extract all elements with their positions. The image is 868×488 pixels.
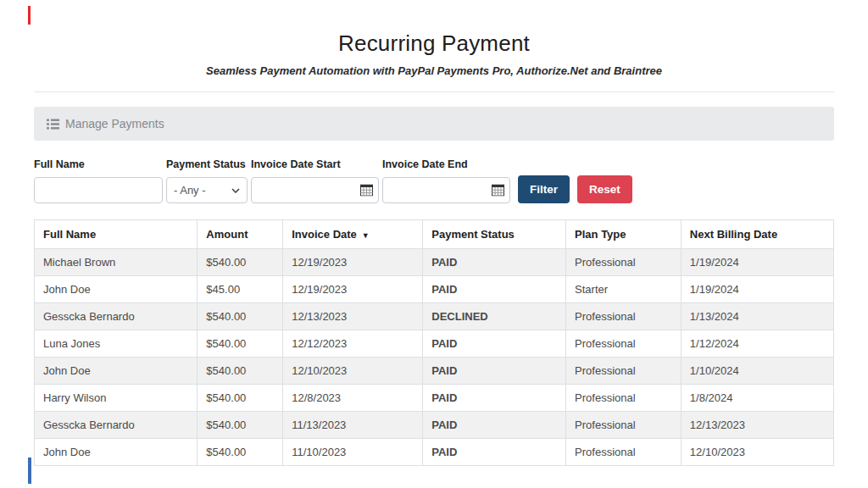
cell-payment-status: PAID — [423, 439, 566, 466]
cell-invoice-date: 11/13/2023 — [283, 412, 423, 439]
table-header: Full NameAmountInvoice Date▼Payment Stat… — [35, 220, 834, 249]
invoice-date-start-label: Invoice Date Start — [251, 158, 379, 170]
column-header-plan-type[interactable]: Plan Type — [566, 220, 682, 249]
cell-invoice-date: 11/10/2023 — [283, 439, 423, 466]
cell-full-name: John Doe — [35, 439, 198, 466]
payment-status-select[interactable]: - Any - — [166, 177, 248, 203]
invoice-date-end-label: Invoice Date End — [382, 158, 510, 170]
table-row: Gesscka Bernardo$540.0011/13/2023PAIDPro… — [35, 412, 834, 439]
cell-invoice-date: 12/19/2023 — [283, 249, 423, 276]
panel-header-manage-payments: Manage Payments — [34, 107, 834, 141]
page-subtitle: Seamless Payment Automation with PayPal … — [34, 64, 834, 77]
calendar-icon[interactable] — [359, 184, 373, 197]
left-edge-blue-marker — [28, 458, 31, 484]
page-container: Recurring Payment Seamless Payment Autom… — [0, 30, 868, 466]
column-header-amount[interactable]: Amount — [198, 220, 283, 249]
table-row: John Doe$45.0012/19/2023PAIDStarter1/19/… — [35, 276, 834, 303]
cell-amount: $540.00 — [198, 412, 283, 439]
column-header-label: Full Name — [43, 228, 96, 241]
column-header-invoice-date[interactable]: Invoice Date▼ — [283, 220, 423, 249]
cell-plan-type: Professional — [566, 439, 682, 466]
cell-next-billing-date: 1/8/2024 — [681, 385, 833, 412]
list-icon — [47, 119, 59, 130]
calendar-icon[interactable] — [491, 184, 504, 197]
cell-amount: $540.00 — [198, 439, 283, 466]
filter-bar: Full Name Payment Status - Any - Invoice… — [34, 158, 834, 203]
cell-full-name: Gesscka Bernardo — [35, 303, 198, 330]
cell-full-name: Harry Wilson — [35, 385, 198, 412]
sort-desc-icon: ▼ — [362, 231, 370, 240]
cell-plan-type: Professional — [566, 249, 682, 276]
filter-group-payment-status: Payment Status - Any - — [166, 158, 248, 203]
cell-amount: $540.00 — [198, 249, 283, 276]
cell-amount: $45.00 — [198, 276, 283, 303]
cell-invoice-date: 12/12/2023 — [283, 330, 423, 358]
invoice-date-start-wrap — [251, 177, 379, 203]
cell-payment-status: PAID — [423, 276, 566, 303]
cell-amount: $540.00 — [198, 358, 283, 385]
cell-next-billing-date: 1/19/2024 — [681, 249, 833, 276]
cell-payment-status: DECLINED — [423, 303, 566, 330]
cell-full-name: John Doe — [35, 276, 198, 303]
cell-full-name: Michael Brown — [35, 249, 198, 276]
cell-next-billing-date: 1/10/2024 — [681, 358, 833, 385]
cell-plan-type: Professional — [566, 358, 682, 385]
column-header-full-name[interactable]: Full Name — [35, 220, 198, 249]
cell-next-billing-date: 1/12/2024 — [681, 330, 833, 358]
filter-group-invoice-date-start: Invoice Date Start — [251, 158, 379, 203]
payment-status-label: Payment Status — [166, 158, 248, 170]
table-row: Harry Wilson$540.0012/8/2023PAIDProfessi… — [35, 385, 834, 412]
cell-amount: $540.00 — [198, 303, 283, 330]
cell-amount: $540.00 — [198, 385, 283, 412]
cell-next-billing-date: 1/13/2024 — [681, 303, 833, 330]
cell-payment-status: PAID — [423, 412, 566, 439]
column-header-next-billing-date[interactable]: Next Billing Date — [681, 220, 833, 249]
table-row: Gesscka Bernardo$540.0012/13/2023DECLINE… — [35, 303, 834, 330]
chevron-down-icon — [231, 188, 240, 193]
cell-invoice-date: 12/8/2023 — [283, 385, 423, 412]
cell-next-billing-date: 1/19/2024 — [681, 276, 833, 303]
page-title: Recurring Payment — [34, 30, 834, 57]
reset-button[interactable]: Reset — [577, 175, 632, 203]
column-header-label: Amount — [206, 228, 248, 241]
cell-plan-type: Professional — [566, 412, 682, 439]
invoice-date-end-wrap — [382, 177, 510, 203]
filter-button[interactable]: Filter — [518, 175, 570, 203]
cell-plan-type: Starter — [566, 276, 682, 303]
full-name-input[interactable] — [34, 177, 163, 203]
cell-plan-type: Professional — [566, 385, 682, 412]
table-row: John Doe$540.0012/10/2023PAIDProfessiona… — [35, 358, 834, 385]
cell-full-name: John Doe — [35, 358, 198, 385]
column-header-label: Plan Type — [575, 228, 626, 241]
column-header-label: Next Billing Date — [690, 228, 777, 241]
table-row: Luna Jones$540.0012/12/2023PAIDProfessio… — [35, 330, 834, 358]
cell-full-name: Gesscka Bernardo — [35, 412, 198, 439]
cell-plan-type: Professional — [566, 330, 682, 358]
left-edge-red-marker — [28, 6, 31, 25]
table-body: Michael Brown$540.0012/19/2023PAIDProfes… — [35, 249, 834, 466]
column-header-payment-status[interactable]: Payment Status — [423, 220, 566, 249]
cell-invoice-date: 12/10/2023 — [283, 358, 423, 385]
cell-amount: $540.00 — [198, 330, 283, 358]
header-divider — [34, 92, 834, 92]
cell-invoice-date: 12/13/2023 — [283, 303, 423, 330]
table-row: John Doe$540.0011/10/2023PAIDProfessiona… — [35, 439, 834, 466]
cell-next-billing-date: 12/10/2023 — [681, 439, 833, 466]
column-header-label: Invoice Date — [292, 228, 357, 241]
cell-full-name: Luna Jones — [35, 330, 198, 358]
filter-group-invoice-date-end: Invoice Date End — [382, 158, 510, 203]
cell-plan-type: Professional — [566, 303, 682, 330]
payments-table: Full NameAmountInvoice Date▼Payment Stat… — [34, 219, 834, 466]
filter-group-full-name: Full Name — [34, 158, 163, 203]
table-row: Michael Brown$540.0012/19/2023PAIDProfes… — [35, 249, 834, 276]
cell-next-billing-date: 12/13/2023 — [681, 412, 833, 439]
payment-status-selected-value: - Any - — [174, 184, 206, 197]
cell-payment-status: PAID — [423, 249, 566, 276]
column-header-label: Payment Status — [431, 228, 515, 241]
cell-payment-status: PAID — [423, 385, 566, 412]
cell-invoice-date: 12/19/2023 — [283, 276, 423, 303]
cell-payment-status: PAID — [423, 358, 566, 385]
cell-payment-status: PAID — [423, 330, 566, 358]
full-name-label: Full Name — [34, 158, 163, 170]
panel-title: Manage Payments — [65, 117, 164, 130]
